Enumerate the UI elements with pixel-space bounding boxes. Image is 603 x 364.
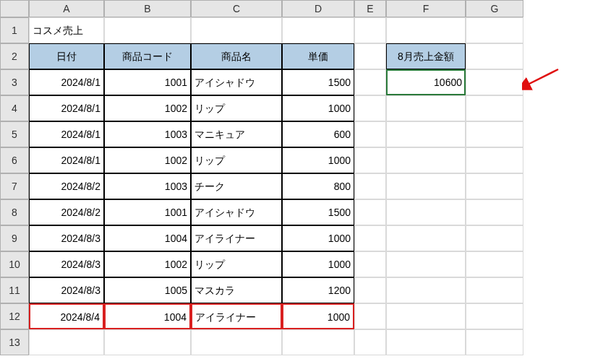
cell-F7[interactable]: [386, 173, 466, 199]
cell-G12[interactable]: [466, 303, 523, 329]
cell-F12[interactable]: [386, 303, 466, 329]
cell-C13[interactable]: [191, 329, 282, 355]
cell-D3[interactable]: 1500: [282, 69, 354, 95]
col-header-A[interactable]: A: [29, 0, 104, 17]
cell-F11[interactable]: [386, 277, 466, 303]
row-header-7[interactable]: 7: [0, 173, 29, 199]
cell-A3[interactable]: 2024/8/1: [29, 69, 104, 95]
cell-E11[interactable]: [354, 277, 386, 303]
cell-B5[interactable]: 1003: [104, 121, 191, 147]
row-header-2[interactable]: 2: [0, 43, 29, 69]
cell-B11[interactable]: 1005: [104, 277, 191, 303]
row-header-1[interactable]: 1: [0, 17, 29, 43]
cell-A5[interactable]: 2024/8/1: [29, 121, 104, 147]
cell-D11[interactable]: 1200: [282, 277, 354, 303]
cell-A6[interactable]: 2024/8/1: [29, 147, 104, 173]
cell-E4[interactable]: [354, 95, 386, 121]
cell-C6[interactable]: リップ: [191, 147, 282, 173]
cell-A10[interactable]: 2024/8/3: [29, 251, 104, 277]
cell-E10[interactable]: [354, 251, 386, 277]
cell-D4[interactable]: 1000: [282, 95, 354, 121]
cell-A12[interactable]: 2024/8/4: [29, 303, 104, 329]
cell-G1[interactable]: [466, 17, 523, 43]
cell-A13[interactable]: [29, 329, 104, 355]
cell-G6[interactable]: [466, 147, 523, 173]
cell-G5[interactable]: [466, 121, 523, 147]
cell-E7[interactable]: [354, 173, 386, 199]
cell-C8[interactable]: アイシャドウ: [191, 199, 282, 225]
cell-F3-result[interactable]: 10600: [386, 69, 466, 95]
spreadsheet-grid[interactable]: A B C D E F G 1 コスメ売上 2 日付 商品コード 商品名 単価 …: [0, 0, 603, 355]
row-header-4[interactable]: 4: [0, 95, 29, 121]
select-all-corner[interactable]: [0, 0, 29, 17]
cell-E5[interactable]: [354, 121, 386, 147]
cell-B2-header-code[interactable]: 商品コード: [104, 43, 191, 69]
row-header-5[interactable]: 5: [0, 121, 29, 147]
cell-F13[interactable]: [386, 329, 466, 355]
cell-D13[interactable]: [282, 329, 354, 355]
cell-E3[interactable]: [354, 69, 386, 95]
cell-B6[interactable]: 1002: [104, 147, 191, 173]
cell-F4[interactable]: [386, 95, 466, 121]
cell-C3[interactable]: アイシャドウ: [191, 69, 282, 95]
cell-E1[interactable]: [354, 17, 386, 43]
cell-F1[interactable]: [386, 17, 466, 43]
cell-D9[interactable]: 1000: [282, 225, 354, 251]
cell-D12[interactable]: 1000: [282, 303, 354, 329]
cell-F5[interactable]: [386, 121, 466, 147]
row-header-6[interactable]: 6: [0, 147, 29, 173]
cell-G2[interactable]: [466, 43, 523, 69]
cell-D7[interactable]: 800: [282, 173, 354, 199]
cell-C9[interactable]: アイライナー: [191, 225, 282, 251]
cell-E12[interactable]: [354, 303, 386, 329]
row-header-12[interactable]: 12: [0, 303, 29, 329]
row-header-10[interactable]: 10: [0, 251, 29, 277]
cell-G9[interactable]: [466, 225, 523, 251]
cell-E13[interactable]: [354, 329, 386, 355]
cell-C7[interactable]: チーク: [191, 173, 282, 199]
row-header-11[interactable]: 11: [0, 277, 29, 303]
cell-C11[interactable]: マスカラ: [191, 277, 282, 303]
cell-F8[interactable]: [386, 199, 466, 225]
row-header-13[interactable]: 13: [0, 329, 29, 355]
col-header-B[interactable]: B: [104, 0, 191, 17]
cell-A9[interactable]: 2024/8/3: [29, 225, 104, 251]
cell-D1[interactable]: [282, 17, 354, 43]
cell-C4[interactable]: リップ: [191, 95, 282, 121]
cell-G13[interactable]: [466, 329, 523, 355]
cell-G7[interactable]: [466, 173, 523, 199]
cell-D2-header-price[interactable]: 単価: [282, 43, 354, 69]
cell-D10[interactable]: 1000: [282, 251, 354, 277]
cell-A2-header-date[interactable]: 日付: [29, 43, 104, 69]
row-header-8[interactable]: 8: [0, 199, 29, 225]
cell-D8[interactable]: 1500: [282, 199, 354, 225]
cell-B4[interactable]: 1002: [104, 95, 191, 121]
cell-E6[interactable]: [354, 147, 386, 173]
cell-B8[interactable]: 1001: [104, 199, 191, 225]
cell-B13[interactable]: [104, 329, 191, 355]
col-header-F[interactable]: F: [386, 0, 466, 17]
cell-A7[interactable]: 2024/8/2: [29, 173, 104, 199]
cell-F9[interactable]: [386, 225, 466, 251]
col-header-C[interactable]: C: [191, 0, 282, 17]
col-header-E[interactable]: E: [354, 0, 386, 17]
cell-B10[interactable]: 1002: [104, 251, 191, 277]
cell-E2[interactable]: [354, 43, 386, 69]
cell-B9[interactable]: 1004: [104, 225, 191, 251]
col-header-G[interactable]: G: [466, 0, 523, 17]
cell-F10[interactable]: [386, 251, 466, 277]
row-header-3[interactable]: 3: [0, 69, 29, 95]
cell-B7[interactable]: 1003: [104, 173, 191, 199]
cell-C1[interactable]: [191, 17, 282, 43]
cell-G10[interactable]: [466, 251, 523, 277]
cell-B1[interactable]: [104, 17, 191, 43]
cell-A11[interactable]: 2024/8/3: [29, 277, 104, 303]
cell-B12[interactable]: 1004: [104, 303, 191, 329]
col-header-D[interactable]: D: [282, 0, 354, 17]
cell-A1[interactable]: コスメ売上: [29, 17, 104, 43]
cell-C2-header-name[interactable]: 商品名: [191, 43, 282, 69]
cell-G11[interactable]: [466, 277, 523, 303]
cell-A4[interactable]: 2024/8/1: [29, 95, 104, 121]
cell-B3[interactable]: 1001: [104, 69, 191, 95]
cell-G8[interactable]: [466, 199, 523, 225]
